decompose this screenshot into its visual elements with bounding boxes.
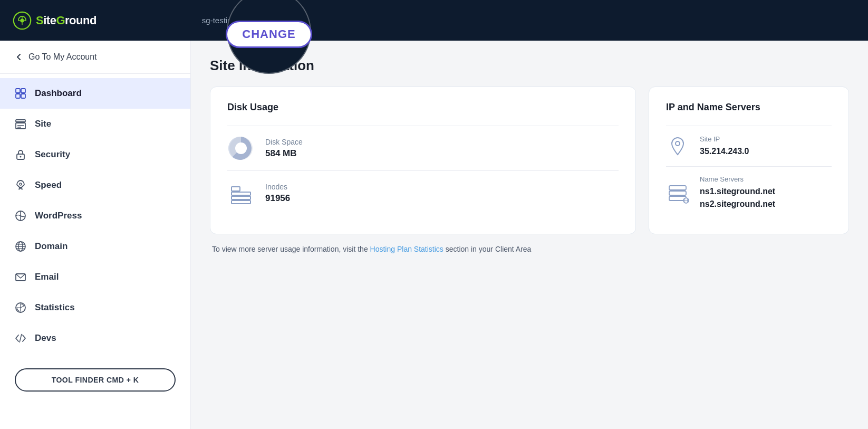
pie-chart-icon: [227, 135, 255, 162]
ip-card-title: IP and Name Servers: [666, 102, 832, 113]
svg-point-24: [235, 142, 247, 154]
svg-rect-28: [232, 187, 240, 191]
disk-card-title: Disk Usage: [227, 102, 619, 113]
svg-point-29: [676, 141, 680, 146]
sidebar-nav: Dashboard Site Security: [0, 74, 190, 358]
location-pin-icon: [666, 135, 689, 158]
tool-finder-button[interactable]: TOOL FINDER CMD + K: [15, 368, 176, 392]
ip-name-servers-card: IP and Name Servers Site IP 35.214.243.0: [649, 87, 849, 234]
change-circle: CHANGE: [227, 0, 311, 74]
svg-rect-25: [232, 192, 250, 195]
sidebar-item-security-label: Security: [35, 149, 70, 160]
svg-point-12: [20, 183, 22, 185]
sidebar-item-speed[interactable]: Speed: [0, 170, 190, 201]
svg-rect-2: [16, 89, 20, 93]
info-text: To view more server usage information, v…: [210, 245, 849, 253]
sidebar-item-wordpress[interactable]: WordPress: [0, 201, 190, 231]
sidebar-item-wordpress-label: WordPress: [35, 211, 82, 221]
svg-rect-27: [232, 201, 250, 204]
go-to-account-link[interactable]: Go To My Account: [0, 41, 190, 74]
sidebar-item-dashboard-label: Dashboard: [35, 88, 82, 99]
name-servers-info: Name Servers ns1.siteground.net ns2.site…: [700, 175, 775, 211]
site-icon: [15, 118, 26, 130]
ns1-value: ns1.siteground.net: [700, 185, 775, 198]
disk-usage-card: Disk Usage Disk Spac: [210, 87, 636, 234]
sidebar-item-domain-label: Domain: [35, 241, 67, 252]
name-servers-label: Name Servers: [700, 175, 775, 183]
logo-text: SiteGround: [36, 14, 97, 27]
sidebar-item-speed-label: Speed: [35, 180, 62, 190]
inodes-value: 91956: [265, 193, 290, 204]
inodes-icon: [227, 179, 255, 207]
svg-rect-31: [669, 191, 686, 195]
sidebar-item-email-label: Email: [35, 272, 59, 282]
header: SiteGround sg-testing.c... CHANGE: [0, 0, 868, 41]
name-servers-item: Name Servers ns1.siteground.net ns2.site…: [666, 166, 832, 219]
site-ip-label: Site IP: [700, 135, 749, 143]
cards-row: Disk Usage Disk Spac: [210, 87, 849, 234]
server-globe-icon: [666, 182, 689, 205]
inodes-label: Inodes: [265, 183, 290, 191]
svg-line-22: [20, 334, 22, 342]
siteground-logo-icon: [13, 11, 32, 30]
globe-icon: [15, 241, 26, 252]
svg-rect-4: [16, 94, 20, 98]
sidebar-item-statistics[interactable]: Statistics: [0, 292, 190, 323]
svg-rect-3: [21, 89, 25, 93]
svg-rect-5: [21, 94, 25, 98]
sidebar-item-site-label: Site: [35, 119, 51, 129]
logo: SiteGround: [13, 11, 97, 30]
email-icon: [15, 271, 26, 283]
disk-space-info: Disk Space 584 MB: [265, 138, 303, 159]
sidebar-item-devs-label: Devs: [35, 333, 56, 344]
site-ip-item: Site IP 35.214.243.0: [666, 126, 832, 166]
sidebar-item-security[interactable]: Security: [0, 139, 190, 170]
disk-space-value: 584 MB: [265, 148, 303, 159]
site-ip-value: 35.214.243.0: [700, 145, 749, 158]
sidebar-item-email[interactable]: Email: [0, 262, 190, 292]
site-ip-info: Site IP 35.214.243.0: [700, 135, 749, 158]
go-to-account-label: Go To My Account: [28, 52, 97, 62]
chart-icon: [15, 302, 26, 313]
change-spotlight: CHANGE: [227, 0, 311, 74]
svg-rect-26: [232, 196, 250, 199]
back-arrow-icon: [15, 53, 23, 61]
change-button[interactable]: CHANGE: [226, 21, 312, 48]
code-icon: [15, 332, 26, 344]
main-content: Site Information Disk Usage: [191, 41, 868, 429]
sidebar-item-dashboard[interactable]: Dashboard: [0, 78, 190, 109]
hosting-plan-statistics-link[interactable]: Hosting Plan Statistics: [370, 245, 443, 253]
disk-space-item: Disk Space 584 MB: [227, 126, 619, 170]
sidebar-item-devs[interactable]: Devs: [0, 323, 190, 354]
svg-rect-6: [16, 120, 25, 122]
sidebar-item-site[interactable]: Site: [0, 109, 190, 139]
sidebar-item-domain[interactable]: Domain: [0, 231, 190, 262]
disk-space-label: Disk Space: [265, 138, 303, 146]
sidebar-item-statistics-label: Statistics: [35, 302, 75, 313]
svg-point-11: [20, 156, 22, 158]
inodes-info: Inodes 91956: [265, 183, 290, 204]
inodes-item: Inodes 91956: [227, 170, 619, 215]
svg-rect-30: [669, 186, 686, 190]
main-layout: Go To My Account Dashboard: [0, 41, 868, 429]
rocket-icon: [15, 179, 26, 191]
wordpress-icon: [15, 210, 26, 222]
lock-icon: [15, 149, 26, 160]
info-text-after: section in your Client Area: [443, 245, 532, 253]
info-text-before: To view more server usage information, v…: [212, 245, 370, 253]
sidebar: Go To My Account Dashboard: [0, 41, 191, 429]
grid-icon: [15, 88, 26, 99]
ns2-value: ns2.siteground.net: [700, 198, 775, 211]
